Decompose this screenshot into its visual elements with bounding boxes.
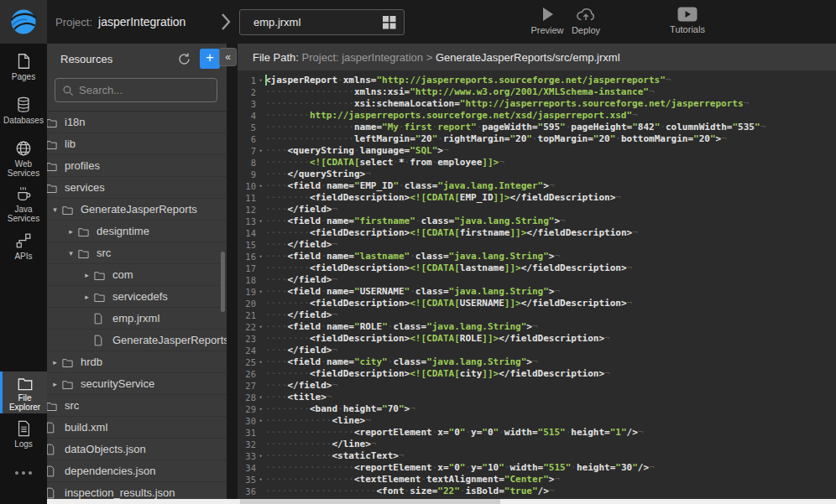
code-editor[interactable]: 1▾<jasperReport·xmlns="http://jasperrepo… — [238, 70, 836, 499]
expand-arrow-icon[interactable]: ▸ — [81, 271, 93, 279]
deploy-button[interactable]: Deploy — [562, 6, 609, 35]
code-line[interactable]: 2················xmlns:xsi="http://www.w… — [238, 86, 836, 98]
horizontal-scrollbar[interactable] — [47, 499, 836, 504]
fold-arrow-icon[interactable]: ▾ — [256, 251, 265, 262]
code-line[interactable]: 19▾····<field·name="USERNAME"·class="jav… — [238, 286, 836, 298]
tree-item-build-xml[interactable]: build.xml — [47, 417, 227, 439]
code-line[interactable]: 33▾············<staticText>¬ — [238, 450, 836, 462]
fold-arrow-icon[interactable]: ▾ — [256, 356, 265, 368]
tree-item-designtime[interactable]: ▸designtime — [47, 221, 227, 242]
expand-arrow-icon[interactable]: ▸ — [49, 358, 61, 366]
expand-arrow-icon[interactable]: ▾ — [65, 249, 77, 257]
fold-arrow-icon[interactable]: ▾ — [256, 415, 265, 427]
rail-item-java-services[interactable]: Java Services — [0, 184, 47, 223]
tree-item-lib[interactable]: lib — [47, 133, 227, 155]
fold-arrow-icon[interactable]: ▾ — [256, 392, 265, 403]
expand-arrow-icon[interactable]: ▸ — [65, 227, 77, 236]
tree-item-emp-jrxml[interactable]: emp.jrxml — [47, 308, 227, 330]
code-line[interactable]: 17········<fieldDescription><![CDATA[las… — [238, 262, 836, 274]
tutorials-button[interactable]: Tutorials — [664, 6, 711, 34]
tree-item-com[interactable]: ▸com — [47, 264, 227, 286]
horizontal-scrollbar-thumb[interactable] — [240, 499, 500, 504]
code-line[interactable]: 5················name="My·first·report"·… — [238, 122, 836, 133]
code-line[interactable]: 7▾····<queryString·language="SQL">¬ — [238, 145, 836, 157]
fold-arrow-icon[interactable]: ▾ — [256, 286, 265, 298]
tree-item-servicedefs[interactable]: ▸servicedefs — [47, 286, 227, 308]
code-line[interactable]: 25▾····<field·name="city"·class="java.la… — [238, 356, 836, 368]
add-resource-button[interactable]: + — [200, 49, 220, 69]
code-line[interactable]: 14········<fieldDescription><![CDATA[fir… — [238, 227, 836, 239]
tree-item-dataobjects-json[interactable]: dataObjects.json — [47, 439, 227, 460]
code-line[interactable]: 26········<fieldDescription><![CDATA[cit… — [238, 368, 836, 380]
tree-item-securityservice[interactable]: ▸securityService — [47, 373, 227, 395]
code-line[interactable]: 23········<fieldDescription><![CDATA[ROL… — [238, 333, 836, 345]
rail-item-apis[interactable]: APIs — [0, 231, 47, 261]
refresh-button[interactable] — [175, 49, 193, 68]
fold-arrow-icon[interactable]: ▾ — [256, 450, 265, 462]
tree-item-label: GenerateJasperReports.s — [112, 334, 227, 346]
code-line[interactable]: 6················leftMargin="20"·rightMa… — [238, 133, 836, 145]
code-line[interactable]: 22▾····<field·name="ROLE"·class="java.la… — [238, 321, 836, 333]
fold-arrow-icon[interactable]: ▾ — [256, 180, 265, 192]
code-line[interactable]: 27····</field>¬ — [238, 380, 836, 392]
code-line[interactable]: 18····</field>¬ — [238, 274, 836, 286]
code-line[interactable]: 16▾····<field·name="lastname"·class="jav… — [238, 251, 836, 262]
fold-arrow-icon[interactable]: ▾ — [256, 145, 265, 157]
fold-arrow-icon[interactable]: ▾ — [256, 403, 265, 415]
code-line[interactable]: 24····</field>¬ — [238, 345, 836, 356]
tree-item-inspection-results-json[interactable]: inspection_results.json — [47, 482, 227, 499]
code-line[interactable]: 29▾········<band·height="70">¬ — [238, 403, 836, 415]
tree-item-generatejasperreports[interactable]: ▾GenerateJasperReports — [47, 199, 227, 221]
code-line[interactable]: 10▾····<field·name="EMP_ID"·class="java.… — [238, 180, 836, 192]
fold-arrow-icon[interactable]: ▾ — [256, 321, 265, 333]
rail-item-pages[interactable]: Pages — [0, 52, 47, 81]
code-line[interactable]: 4········http://jasperreports.sourceforg… — [238, 110, 836, 122]
code-line[interactable]: 34················<reportElement·x="0"·y… — [238, 462, 836, 474]
code-line[interactable]: 20········<fieldDescription><![CDATA[USE… — [238, 298, 836, 309]
code-line[interactable]: 3················xsi:schemaLocation="htt… — [238, 98, 836, 110]
code-line[interactable]: 21····</field>¬ — [238, 309, 836, 321]
code-line[interactable]: 8········<![CDATA[select·*·from·employee… — [238, 157, 836, 169]
page-selector-dropdown[interactable]: emp.jrxml — [239, 9, 405, 35]
fold-arrow-icon[interactable]: ▾ — [256, 75, 265, 86]
fold-arrow-icon[interactable]: ▾ — [256, 474, 265, 486]
code-line[interactable]: 28▾····<title>¬ — [238, 392, 836, 403]
expand-arrow-icon[interactable]: ▾ — [49, 205, 61, 214]
tree-item-i18n[interactable]: i18n — [47, 112, 227, 133]
tree-item-src[interactable]: ▾src — [47, 242, 227, 264]
tree-scrollbar[interactable] — [221, 252, 225, 312]
wave-logo-icon — [9, 8, 38, 36]
rail-item-web-services[interactable]: Web Services — [0, 139, 47, 178]
tree-item-profiles[interactable]: profiles — [47, 155, 227, 177]
code-line[interactable]: 13▾····<field·name="firstname"·class="ja… — [238, 216, 836, 227]
rail-item-databases[interactable]: Databases — [0, 96, 47, 125]
rail-item-logs[interactable]: Logs — [0, 419, 47, 449]
tree-item-src[interactable]: src — [47, 395, 227, 417]
code-line[interactable]: 35▾················<textElement·textAlig… — [238, 474, 836, 486]
wavemaker-logo[interactable] — [0, 0, 47, 44]
code-line[interactable]: 36····················<font·size="22"·is… — [238, 486, 836, 497]
code-line[interactable]: 30▾············<line>¬ — [238, 415, 836, 427]
grid-icon[interactable] — [382, 15, 396, 29]
tree-item-services[interactable]: services — [47, 177, 227, 199]
tree-item-hrdb[interactable]: ▸hrdb — [47, 351, 227, 373]
code-line[interactable]: 32············</line>¬ — [238, 439, 836, 450]
search-box[interactable] — [55, 78, 217, 102]
search-input[interactable] — [79, 84, 196, 96]
code-line[interactable]: 9····</queryString>¬ — [238, 169, 836, 180]
tree-item-dependencies-json[interactable]: dependencies.json — [47, 460, 227, 482]
code-line[interactable]: 1▾<jasperReport·xmlns="http://jasperrepo… — [238, 75, 836, 86]
collapse-panel-button[interactable]: « — [219, 48, 237, 66]
fold-gutter — [256, 368, 265, 380]
expand-arrow-icon[interactable]: ▸ — [49, 380, 61, 388]
code-line[interactable]: 12····</field>¬ — [238, 204, 836, 216]
code-line[interactable]: 15····</field>¬ — [238, 239, 836, 251]
code-line[interactable]: 31················<reportElement·x="0"·y… — [238, 427, 836, 439]
fold-arrow-icon[interactable]: ▾ — [256, 216, 265, 227]
code-line[interactable]: 11········<fieldDescription><![CDATA[EMP… — [238, 192, 836, 204]
tree-item-generatejasperreports-s[interactable]: GenerateJasperReports.s — [47, 330, 227, 351]
rail-item-more[interactable] — [0, 470, 47, 478]
expand-arrow-icon[interactable]: ▸ — [81, 293, 93, 301]
rail-label: Java Services — [8, 205, 39, 223]
rail-item-file-explorer[interactable]: File Explorer — [0, 372, 47, 413]
